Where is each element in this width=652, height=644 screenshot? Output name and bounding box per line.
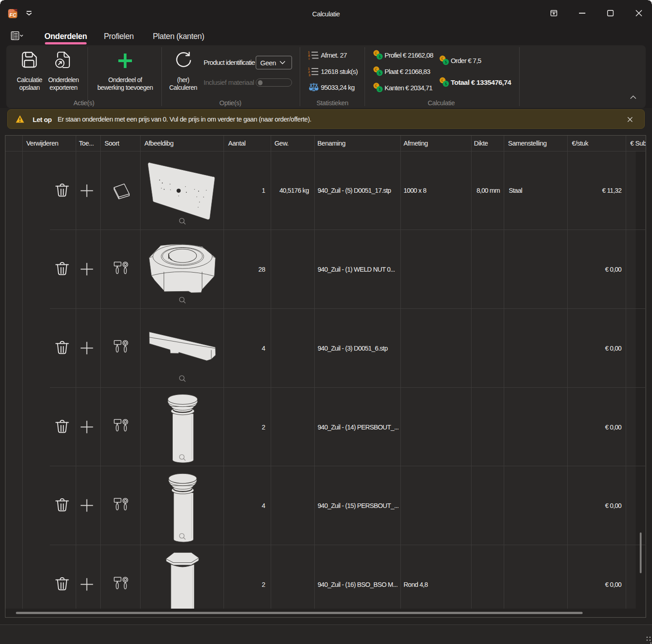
svg-text:3: 3 (309, 73, 311, 76)
svg-text:i: i (309, 57, 310, 60)
